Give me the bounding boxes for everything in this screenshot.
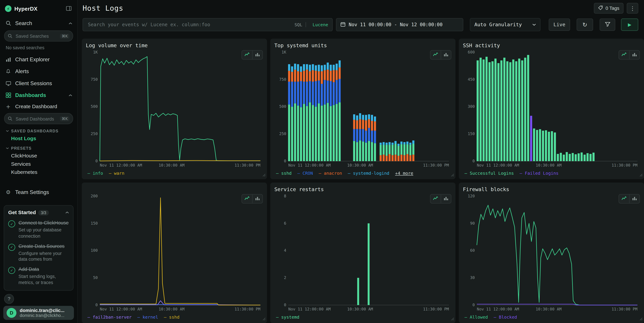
sidebar-dashboard-host-logs[interactable]: Host Logs <box>0 134 77 143</box>
search-icon <box>8 32 12 40</box>
legend-item[interactable]: — fail2ban-server <box>88 314 132 319</box>
sidebar-preset-kubernetes[interactable]: Kubernetes <box>0 168 77 176</box>
chart-plot[interactable]: 050100150200Nov 11 12:00:00 AM10:30:00 A… <box>86 194 263 313</box>
chart-plot[interactable]: 02505007501KNov 11 12:00:00 AM10:30:00 A… <box>86 50 263 169</box>
svg-text:250: 250 <box>91 132 98 136</box>
saved-dashboards-search[interactable]: ⌘K <box>4 113 73 124</box>
step-description: Start sending logs, metrics, or traces <box>18 273 69 285</box>
granularity-select[interactable]: Auto Granularity <box>470 18 540 31</box>
legend-more-link[interactable]: +4 more <box>395 171 413 176</box>
legend-item[interactable]: — Allowed <box>464 314 488 319</box>
check-circle-icon: ✓ <box>8 220 15 227</box>
legend-item[interactable]: — anacron <box>318 171 342 176</box>
run-query-button[interactable]: ▶ <box>621 19 638 31</box>
sql-language-toggle[interactable]: SQL <box>294 22 306 27</box>
event-search-input[interactable] <box>87 21 291 28</box>
bar-chart-toggle[interactable] <box>629 51 640 59</box>
legend-item[interactable]: — sshd <box>164 314 180 319</box>
legend-item[interactable]: — kernel <box>137 314 158 319</box>
svg-text:250: 250 <box>279 132 286 136</box>
line-chart-toggle[interactable] <box>430 194 441 203</box>
svg-text:Nov 11 12:00:00 AM: Nov 11 12:00:00 AM <box>288 163 330 167</box>
dashboard-menu-button[interactable]: ⋮ <box>627 3 638 14</box>
sidebar-item-alerts[interactable]: Alerts <box>0 65 77 77</box>
bar-chart-toggle[interactable] <box>252 51 262 59</box>
step-description: Set up your database connection <box>18 227 69 239</box>
legend-item[interactable]: — warn <box>109 171 124 176</box>
resize-handle[interactable] <box>451 315 454 322</box>
resize-handle[interactable] <box>640 171 643 178</box>
line-chart-toggle[interactable] <box>242 51 252 59</box>
saved-dashboards-section[interactable]: SAVED DASHBOARDS <box>0 125 77 134</box>
get-started-step: ✓ Add Data Start sending logs, metrics, … <box>8 267 69 285</box>
legend-item[interactable]: — Failed Logins <box>520 171 558 176</box>
sidebar-item-chart-explorer[interactable]: Chart Explorer <box>0 54 77 65</box>
bar-chart-toggle[interactable] <box>252 194 262 203</box>
resize-handle[interactable] <box>262 315 266 322</box>
resize-handle[interactable] <box>451 171 454 178</box>
chart-plot[interactable]: 0306090120Nov 11 12:00:00 AM10:30:00 AM1… <box>463 194 640 313</box>
line-chart-toggle[interactable] <box>242 194 252 203</box>
svg-text:120: 120 <box>468 194 475 198</box>
legend-item[interactable]: — sshd <box>276 171 292 176</box>
granularity-value: Auto Granularity <box>474 22 522 28</box>
sidebar-collapse-button[interactable] <box>65 5 72 13</box>
time-range-picker[interactable]: Nov 11 00:00:00 - Nov 12 00:00:00 <box>336 18 464 31</box>
tags-label: 0 Tags <box>606 6 619 11</box>
check-circle-icon: ✓ <box>8 244 15 251</box>
lucene-language-toggle[interactable]: Lucene <box>309 22 328 27</box>
svg-text:4: 4 <box>284 248 286 253</box>
create-dashboard-button[interactable]: + Create Dashboard <box>0 101 77 112</box>
legend-item[interactable]: — Blocked <box>494 314 517 319</box>
gear-icon: ⚙ <box>5 189 12 195</box>
filter-button[interactable] <box>600 19 615 31</box>
bar-chart-toggle[interactable] <box>629 194 640 203</box>
legend-item[interactable]: — info <box>88 171 103 176</box>
sidebar-item-dashboards[interactable]: Dashboards <box>0 89 77 101</box>
sidebar-item-client-sessions[interactable]: Client Sessions <box>0 77 77 89</box>
get-started-header[interactable]: Get Started 3/3 <box>8 210 69 215</box>
line-chart-icon <box>244 196 250 202</box>
chart-plot[interactable]: 0150300450600Nov 11 12:00:00 AM10:30:00 … <box>463 50 640 169</box>
saved-searches-search[interactable]: ⌘K <box>4 31 73 42</box>
live-button[interactable]: Live <box>549 19 570 31</box>
sidebar-item-team-settings[interactable]: ⚙ Team Settings <box>0 186 77 198</box>
bar-chart-toggle[interactable] <box>441 194 451 203</box>
chart-plot[interactable]: 02505007501KNov 11 12:00:00 AM10:30:00 A… <box>274 50 452 169</box>
chart-plot[interactable]: 02468Nov 11 12:00:00 AM10:30:00 AM11:30:… <box>274 194 452 313</box>
bar-chart-icon <box>444 52 448 58</box>
legend-item[interactable]: — CRON <box>297 171 313 176</box>
line-chart-toggle[interactable] <box>430 51 441 59</box>
refresh-button[interactable]: ↻ <box>577 19 593 31</box>
chevron-down-icon <box>6 130 9 132</box>
sidebar-preset-clickhouse[interactable]: ClickHouse <box>0 152 77 160</box>
chart-type-toggle <box>242 50 263 60</box>
hyperdx-logo-icon: ⚡ <box>5 6 12 12</box>
tags-button[interactable]: 0 Tags <box>594 3 623 14</box>
line-chart-toggle[interactable] <box>619 51 629 59</box>
event-search-box[interactable]: SQL Lucene <box>82 18 333 31</box>
svg-text:0: 0 <box>472 159 475 163</box>
app-name: HyperDX <box>14 6 38 12</box>
user-menu[interactable]: D dominic.tran@clic... dominic.tran@clic… <box>3 306 74 320</box>
presets-section[interactable]: PRESETS <box>0 143 77 152</box>
legend-item[interactable]: — systemd-logind <box>348 171 389 176</box>
tile-log-volume-over-time: Log volume over time 02505007501KNov 11 … <box>82 39 267 179</box>
sidebar-preset-services[interactable]: Services <box>0 160 77 168</box>
monitor-icon <box>5 81 12 86</box>
legend-item[interactable]: — Successful Logins <box>464 171 514 176</box>
resize-handle[interactable] <box>262 171 266 178</box>
bar-chart-toggle[interactable] <box>441 51 451 59</box>
help-button[interactable]: ? <box>4 294 14 304</box>
legend-item[interactable]: — systemd <box>276 314 299 319</box>
chart-legend: — fail2ban-server— kernel— sshd <box>86 313 263 321</box>
svg-text:10:30:00 AM: 10:30:00 AM <box>159 163 184 167</box>
sidebar-item-search[interactable]: Search <box>0 17 77 29</box>
svg-text:Nov 11 12:00:00 AM: Nov 11 12:00:00 AM <box>477 163 519 167</box>
svg-text:600: 600 <box>468 50 475 54</box>
saved-dashboards-input[interactable] <box>15 116 58 122</box>
resize-handle[interactable] <box>640 315 643 322</box>
saved-searches-input[interactable] <box>15 33 58 39</box>
line-chart-toggle[interactable] <box>619 194 629 203</box>
svg-text:2: 2 <box>284 276 286 280</box>
